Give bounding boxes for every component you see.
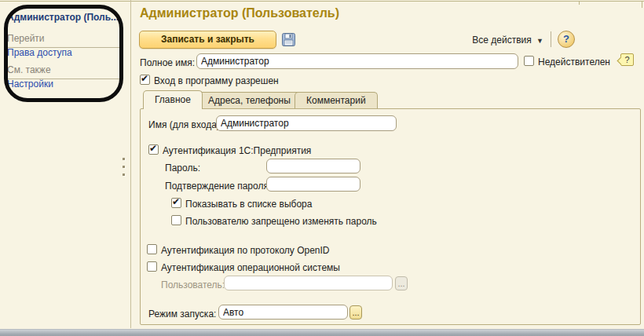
save-icon[interactable]	[281, 32, 296, 47]
run-mode-select-button[interactable]: ...	[349, 305, 362, 320]
login-allowed-label: Вход в программу разрешен	[154, 75, 279, 86]
sidebar-title: Администратор (Поль...	[7, 12, 122, 23]
all-actions-label: Все действия	[472, 35, 531, 46]
password-confirm-input[interactable]	[266, 177, 360, 192]
run-mode-label: Режим запуска:	[148, 309, 216, 320]
main-tab-panel: Имя (для входа): Аутентификация 1С:Предп…	[140, 108, 641, 325]
password-input[interactable]	[266, 159, 360, 173]
sidebar-link-settings[interactable]: Настройки	[7, 79, 53, 89]
sidebar-section-goto: Перейти	[7, 33, 123, 48]
invalid-checkbox[interactable]	[524, 56, 534, 66]
auth-openid-label: Аутентификация по протоколу OpenID	[161, 245, 330, 256]
sidebar-section-see-also: См. также	[7, 64, 123, 79]
help-button[interactable]: ?	[558, 31, 575, 48]
tab-comment[interactable]: Комментарий	[295, 92, 378, 109]
full-name-label: Полное имя:	[140, 57, 195, 68]
auth-1c-label: Аутентификация 1С:Предприятия	[163, 145, 311, 156]
auth-os-label: Аутентификация операционной системы	[161, 262, 340, 273]
main-area: Администратор (Пользователь) Записать и …	[135, 0, 644, 328]
auth-os-checkbox[interactable]	[147, 261, 157, 272]
password-label: Пароль:	[165, 163, 200, 173]
full-name-input[interactable]	[196, 53, 518, 69]
hint-tooltip-icon[interactable]: ?	[620, 53, 634, 66]
all-actions-button[interactable]: Все действия ▼	[472, 35, 543, 46]
save-and-close-button[interactable]: Записать и закрыть	[139, 31, 276, 49]
os-user-label: Пользователь:	[161, 279, 225, 290]
page-title: Администратор (Пользователь)	[140, 6, 339, 20]
show-in-list-label: Показывать в списке выбора	[185, 199, 312, 210]
sidebar-link-access-rights[interactable]: Права доступа	[7, 47, 72, 58]
toolbar-separator	[551, 31, 551, 47]
login-name-label: Имя (для входа):	[148, 119, 222, 130]
login-allowed-checkbox[interactable]	[140, 75, 150, 85]
tab-main[interactable]: Главное	[143, 90, 203, 109]
chevron-down-icon: ▼	[536, 37, 543, 45]
window-bottom-edge	[0, 329, 644, 336]
auth-1c-checkbox[interactable]	[148, 144, 159, 155]
tab-addresses[interactable]: Адреса, телефоны	[196, 92, 302, 109]
splitter-handle[interactable]	[123, 158, 126, 180]
forbid-password-change-checkbox[interactable]	[171, 215, 181, 225]
sidebar: Администратор (Поль... Перейти Права дос…	[0, 0, 130, 328]
login-name-input[interactable]	[216, 115, 397, 131]
auth-openid-checkbox[interactable]	[147, 244, 157, 254]
forbid-password-change-label: Пользователю запрещено изменять пароль	[185, 216, 377, 227]
os-user-input	[224, 276, 393, 290]
password-confirm-label: Подтверждение пароля:	[165, 181, 271, 192]
os-user-select-button: ...	[395, 276, 408, 290]
run-mode-input[interactable]	[218, 305, 348, 320]
user-edit-window: Администратор (Поль... Перейти Права дос…	[0, 0, 644, 336]
show-in-list-checkbox[interactable]	[171, 198, 181, 208]
invalid-label: Недействителен	[538, 57, 610, 68]
sidebar-divider	[130, 0, 131, 328]
